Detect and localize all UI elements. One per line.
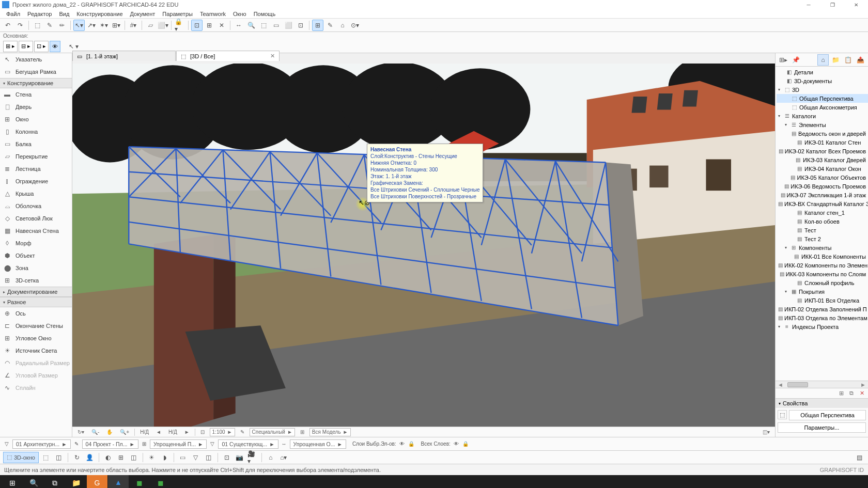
find-button[interactable]: 🔍 bbox=[245, 20, 257, 31]
properties-header[interactable]: ▾Свойства bbox=[776, 399, 868, 408]
bt-shadows-button[interactable]: ◗ bbox=[159, 452, 171, 463]
tree-delete-button[interactable]: ✕ bbox=[858, 389, 866, 398]
tree-p1[interactable]: ▤ИКП-01 Вся Отделка bbox=[777, 296, 868, 305]
bt-filter-button[interactable]: ▽ bbox=[190, 452, 202, 463]
snap-point-button[interactable]: ✶▾ bbox=[98, 20, 110, 31]
qo-architecture[interactable]: 01 Архитектурн...► bbox=[12, 439, 71, 449]
tool-beam[interactable]: ▭Балка bbox=[0, 138, 72, 150]
tab-3d-view[interactable]: ⬚ [3D / Все] ✕ bbox=[176, 51, 280, 61]
navigator-tree[interactable]: ◧Детали ◧3D-документы ▾⬚3D ⬚Общая Перспе… bbox=[776, 67, 868, 381]
bt-marquee-button[interactable]: ▭ bbox=[177, 452, 189, 463]
tab-close-button[interactable]: ✕ bbox=[270, 53, 275, 59]
tool-roof[interactable]: △Крыша bbox=[0, 187, 72, 200]
eye-icon[interactable]: 👁 bbox=[398, 440, 406, 448]
grid-button[interactable]: #▾ bbox=[128, 20, 139, 31]
nav-project-map-button[interactable]: ⌂ bbox=[817, 54, 829, 66]
tree-catalogs[interactable]: ▾☰Каталоги bbox=[777, 112, 868, 120]
eyedropper-button[interactable]: ✎ bbox=[44, 20, 55, 31]
search-button[interactable]: 🔍 bbox=[23, 475, 44, 488]
3d-cutaway-button[interactable]: ⌂ bbox=[337, 20, 348, 31]
filter-3d-button[interactable]: ⊞ bbox=[312, 20, 323, 31]
palette-header-design[interactable]: ▾Конструирование bbox=[0, 78, 72, 88]
bt-render-button[interactable]: ⊡ bbox=[221, 452, 233, 463]
eye-all-icon[interactable]: 👁 bbox=[453, 440, 460, 448]
sec-btn-4-active[interactable]: 👁 bbox=[50, 41, 60, 52]
nav-publisher-button[interactable]: 📤 bbox=[855, 54, 866, 66]
bt-home2-button[interactable]: ⌂▾ bbox=[278, 452, 289, 463]
bt-hidden-button[interactable]: ◫ bbox=[128, 452, 140, 463]
tree-elements[interactable]: ▾☰Элементы bbox=[777, 120, 868, 129]
nav-layout-book-button[interactable]: 📋 bbox=[842, 54, 854, 66]
app-green2-button[interactable]: ◼ bbox=[150, 475, 171, 488]
tree-new-button[interactable]: ⊞ bbox=[837, 389, 845, 398]
tree-el4[interactable]: ▤ИКЭ-03 Каталог Дверей bbox=[777, 155, 868, 164]
graphisoft-id-link[interactable]: GRAPHISOFT ID bbox=[820, 467, 864, 473]
menu-teamwork[interactable]: Teamwork bbox=[197, 11, 229, 17]
tool-column[interactable]: ▯Колонна bbox=[0, 125, 72, 138]
trace-button[interactable]: ⊡ bbox=[191, 20, 203, 31]
tree-el5[interactable]: ▤ИКЭ-04 Каталог Окон bbox=[777, 164, 868, 173]
next-view-button[interactable]: ► bbox=[182, 428, 192, 436]
app-orange-button[interactable]: G bbox=[87, 475, 107, 488]
tree-hscrollbar[interactable]: ◄► bbox=[776, 381, 868, 388]
tree-el11[interactable]: ▤Кол-во обоев bbox=[777, 217, 868, 226]
tool-railing[interactable]: ⫿Ограждение bbox=[0, 175, 72, 187]
bt-report-button[interactable]: ▤ bbox=[854, 452, 865, 463]
app-green-button[interactable]: ◼ bbox=[129, 475, 150, 488]
tool-axis[interactable]: ⊕Ось bbox=[0, 307, 72, 320]
undo-button[interactable]: ↶ bbox=[2, 20, 13, 31]
tree-c2[interactable]: ▤ИКК-02 Компоненты по Элемен bbox=[777, 261, 868, 270]
qo-project[interactable]: 04 Проект - Пл...► bbox=[82, 439, 138, 449]
tree-axonometry[interactable]: ⬚Общая Аксонометрия bbox=[777, 103, 868, 112]
bt-wireframe-button[interactable]: ⊞ bbox=[115, 452, 127, 463]
bt-shaded-button[interactable]: ◐ bbox=[102, 452, 114, 463]
tool-stair[interactable]: ≣Лестница bbox=[0, 163, 72, 175]
bt-orbit-button[interactable]: ↻ bbox=[71, 452, 83, 463]
tool-wall[interactable]: ▬Стена bbox=[0, 88, 72, 101]
tree-proj-idx[interactable]: ▾≡Индексы Проекта bbox=[777, 322, 868, 331]
tree-perspective[interactable]: ⬚Общая Перспектива bbox=[777, 94, 868, 103]
tool-light[interactable]: ☀Источник Света bbox=[0, 344, 72, 357]
model-dropdown[interactable]: Вся Модель► bbox=[309, 428, 351, 436]
tree-p3[interactable]: ▤ИКП-03 Отделка по Элементам bbox=[777, 313, 868, 322]
tree-p2[interactable]: ▤ИКП-02 Отделка Заполнений П bbox=[777, 305, 868, 313]
tree-coverings[interactable]: ▾▦Покрытия bbox=[777, 287, 868, 296]
scale-dropdown[interactable]: 1:100► bbox=[210, 428, 235, 436]
menu-document[interactable]: Документ bbox=[127, 11, 159, 17]
lock-icon[interactable]: 🔒 bbox=[408, 440, 415, 448]
nav-tab-button[interactable]: ⊞▸ bbox=[778, 54, 789, 66]
suspend-button[interactable]: 🔒▾ bbox=[174, 20, 185, 31]
palette-header-misc[interactable]: ▾Разное bbox=[0, 297, 72, 307]
zoom-in-button[interactable]: 🔍+ bbox=[118, 428, 131, 436]
bt-axo-button[interactable]: ◫ bbox=[53, 452, 65, 463]
bt-sun-button[interactable]: ☀ bbox=[146, 452, 158, 463]
grid-snap-button[interactable]: ⊞▾ bbox=[111, 20, 122, 31]
gravity-button[interactable]: ⬜▾ bbox=[157, 20, 168, 31]
elem-info-button[interactable]: ⬚ bbox=[258, 20, 269, 31]
menu-help[interactable]: Помощь bbox=[251, 11, 279, 17]
minimize-button[interactable]: ─ bbox=[797, 0, 820, 9]
prev-view-button[interactable]: ◄ bbox=[154, 428, 163, 436]
rect-button[interactable]: ⬜ bbox=[283, 20, 294, 31]
maximize-button[interactable]: ❐ bbox=[820, 0, 844, 9]
menu-design[interactable]: Конструирование bbox=[73, 11, 126, 17]
syringe-button[interactable]: ✏ bbox=[56, 20, 68, 31]
tree-c4[interactable]: ▤Сложный профиль bbox=[777, 278, 868, 287]
lock-all-icon[interactable]: 🔒 bbox=[462, 440, 469, 448]
tool-corner-window[interactable]: ⊞Угловое Окно bbox=[0, 332, 72, 344]
tree-el8[interactable]: ▤ИКЭ-07 Экспликация 1-й этаж bbox=[777, 191, 868, 199]
ruler-button[interactable]: ✕ bbox=[216, 20, 227, 31]
pan-button[interactable]: ✋ bbox=[104, 428, 115, 436]
tree-el13[interactable]: ▤Тест 2 bbox=[777, 234, 868, 243]
tool-object[interactable]: ⬢Объект bbox=[0, 249, 72, 262]
cursor-mode-button[interactable]: ↖▾ bbox=[73, 20, 85, 31]
menu-view[interactable]: Вид bbox=[56, 11, 72, 17]
3d-viewport[interactable]: ↖⊘ Навесная Стена Слой:Конструктив - Сте… bbox=[72, 64, 775, 437]
tool-shell[interactable]: ⌓Оболочка bbox=[0, 200, 72, 212]
tree-c1[interactable]: ▤ИКК-01 Все Компоненты bbox=[777, 252, 868, 261]
tree-el1[interactable]: ▤Ведомость окон и дверей bbox=[777, 129, 868, 138]
pick-button[interactable]: ⬚ bbox=[32, 20, 43, 31]
tree-components[interactable]: ▾⊞Компоненты bbox=[777, 243, 868, 252]
qo-simplified2[interactable]: Упрощенная О...► bbox=[290, 439, 346, 449]
tool-wall-end[interactable]: ⊏Окончание Стены bbox=[0, 320, 72, 332]
